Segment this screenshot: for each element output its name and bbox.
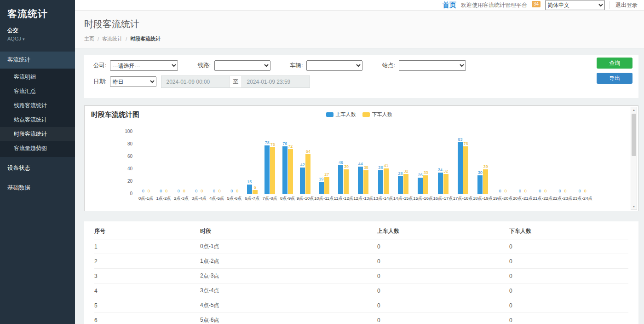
- date-from-input[interactable]: [161, 76, 229, 87]
- bar-pair: 3841: [378, 132, 389, 194]
- table-row[interactable]: 21点-2点00: [94, 254, 628, 269]
- scroll-down-icon[interactable]: ▼: [632, 204, 635, 209]
- bar-alighting[interactable]: [344, 169, 349, 194]
- bar-wrap: 78: [264, 140, 270, 194]
- logout-link[interactable]: 退出登录: [610, 1, 638, 9]
- sidebar-section-0[interactable]: 客流统计: [0, 52, 75, 69]
- table-cell: 1: [94, 239, 200, 254]
- table-cell: 0: [377, 254, 509, 269]
- table-header-cell: 下车人数: [509, 223, 628, 239]
- scroll-up-icon[interactable]: ▲: [632, 107, 635, 113]
- home-link[interactable]: 首页: [443, 1, 456, 10]
- bar-boarding[interactable]: [282, 146, 288, 194]
- table-row[interactable]: 43点-4点00: [94, 284, 628, 298]
- bar-alighting[interactable]: [288, 149, 293, 194]
- bar-boarding[interactable]: [398, 176, 403, 194]
- query-button[interactable]: 查询: [597, 58, 632, 69]
- scrollbar-thumb[interactable]: [632, 114, 636, 156]
- date-to-separator: 至: [229, 76, 242, 87]
- bar-alighting[interactable]: [324, 177, 329, 194]
- bar-boarding[interactable]: [477, 175, 483, 194]
- bar-alighting[interactable]: [423, 175, 428, 194]
- table-head: 序号时段上车人数下车人数: [94, 223, 628, 239]
- page-title: 时段客流统计: [84, 18, 635, 30]
- bar-wrap: 76: [463, 141, 468, 194]
- bar-alighting[interactable]: [483, 169, 488, 194]
- bar-alighting[interactable]: [253, 190, 258, 194]
- page-header: 时段客流统计 主页/客流统计/时段客流统计: [75, 11, 644, 48]
- x-tick-label: 11点-12点: [334, 195, 354, 202]
- chart-scrollbar[interactable]: ▲ ▼: [631, 107, 637, 210]
- bar-wrap: 0: [217, 189, 222, 194]
- sidebar-item[interactable]: 线路客流统计: [0, 98, 75, 113]
- bar-pair: 1927: [319, 132, 329, 194]
- line-select[interactable]: [214, 60, 270, 71]
- notification-badge[interactable]: 34: [532, 1, 540, 7]
- bar-boarding[interactable]: [418, 178, 423, 194]
- table-row[interactable]: 32点-3点00: [94, 269, 628, 284]
- filter-panel: 公司: ---请选择--- 线路: 车辆: 站点:: [84, 55, 638, 98]
- legend-item-1[interactable]: 下车人数: [362, 111, 392, 118]
- sidebar-item[interactable]: 站点客流统计: [0, 113, 75, 127]
- bar-group: 0023点-24点: [573, 132, 592, 202]
- bar-alighting[interactable]: [443, 174, 448, 194]
- legend-item-0[interactable]: 上车人数: [326, 111, 356, 118]
- table-row[interactable]: 54点-5点00: [94, 298, 628, 313]
- bar-alighting[interactable]: [463, 146, 468, 194]
- bar-value-label: 83: [458, 137, 462, 142]
- bar-boarding[interactable]: [458, 142, 463, 194]
- date-preset-select[interactable]: 昨日: [110, 76, 156, 87]
- sidebar-item[interactable]: 客流量趋势图: [0, 141, 75, 156]
- breadcrumb-item[interactable]: 主页: [84, 35, 94, 42]
- bar-alighting[interactable]: [305, 154, 310, 194]
- y-tick-label: 60: [127, 154, 132, 159]
- bar-boarding[interactable]: [300, 168, 305, 194]
- sidebar-item[interactable]: 客流明细: [0, 70, 75, 84]
- bar-group: 263015点-16点: [413, 132, 433, 202]
- bar-pair: 00: [194, 132, 204, 194]
- bar-alighting[interactable]: [270, 147, 275, 194]
- bar-alighting[interactable]: [363, 170, 368, 194]
- bar-alighting[interactable]: [384, 168, 389, 194]
- bar-alighting[interactable]: [403, 174, 408, 194]
- export-button[interactable]: 导出: [597, 73, 632, 84]
- breadcrumb-item[interactable]: 客流统计: [102, 35, 122, 42]
- table-row[interactable]: 65点-6点00: [94, 313, 628, 324]
- company-select[interactable]: ---请选择---: [110, 60, 178, 71]
- sidebar-item[interactable]: 客流汇总: [0, 84, 75, 98]
- bar-value-label: 0: [201, 189, 203, 193]
- bar-boarding[interactable]: [438, 173, 443, 194]
- company-group: 公司: ---请选择---: [93, 60, 178, 71]
- sidebar-item[interactable]: 时段客流统计: [0, 127, 75, 141]
- user-menu[interactable]: AQGJ▾: [7, 36, 68, 41]
- table-header-cell: 序号: [94, 223, 200, 239]
- bar-pair: 3432: [438, 132, 448, 194]
- bar-group: 303918点-19点: [473, 132, 493, 202]
- bar-value-label: 34: [438, 168, 443, 172]
- bar-wrap: 0: [523, 189, 528, 194]
- bar-boarding[interactable]: [358, 167, 363, 194]
- company-label: 公司:: [93, 62, 106, 69]
- bar-boarding[interactable]: [378, 170, 383, 194]
- sidebar-submenu: 客流明细客流汇总线路客流统计站点客流统计时段客流统计客流量趋势图: [0, 69, 75, 157]
- y-tick-label: 80: [127, 141, 132, 147]
- bar-boarding[interactable]: [247, 185, 252, 194]
- bar-group: 837617点-18点: [453, 132, 473, 202]
- bar-wrap: 0: [503, 189, 508, 194]
- bar-wrap: 15: [247, 179, 252, 194]
- vehicle-select[interactable]: [306, 60, 362, 71]
- sidebar-section-2[interactable]: 基础数据: [0, 179, 75, 197]
- bar-group: 78757点-8点: [261, 132, 279, 202]
- station-select[interactable]: [399, 60, 466, 71]
- bar-boarding[interactable]: [338, 165, 343, 194]
- bar-value-label: 0: [584, 189, 586, 193]
- bar-boarding[interactable]: [319, 182, 324, 194]
- sidebar-section-1[interactable]: 设备状态: [0, 160, 75, 177]
- date-to-input[interactable]: [242, 76, 310, 87]
- bar-value-label: 30: [424, 170, 428, 175]
- table-cell: 0: [377, 298, 509, 313]
- language-select[interactable]: 简体中文: [545, 0, 605, 10]
- chart-plot: 000点-1点001点-2点002点-3点003点-4点004点-5点005点-…: [137, 132, 592, 202]
- bar-boarding[interactable]: [264, 145, 270, 194]
- table-row[interactable]: 10点-1点00: [94, 239, 628, 254]
